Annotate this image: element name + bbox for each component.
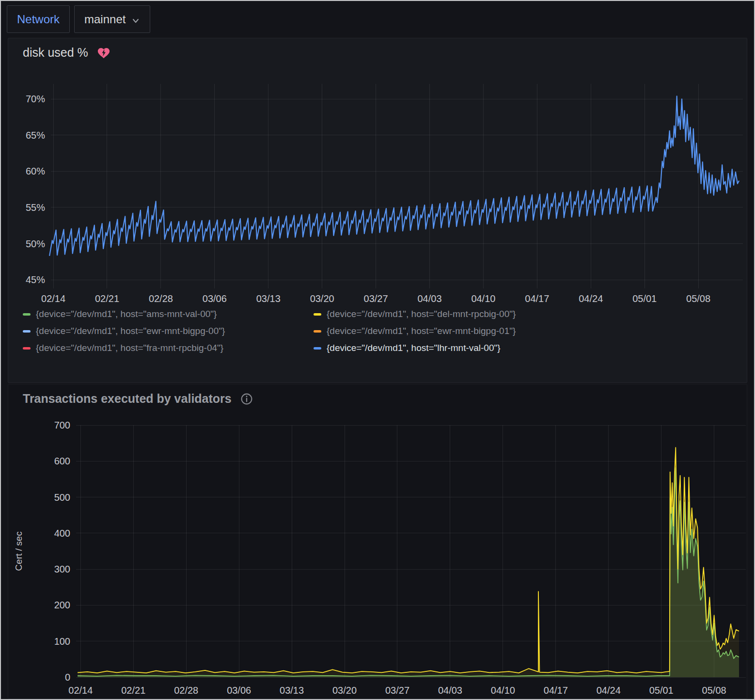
y-axis-tick-label: 50% bbox=[26, 239, 45, 249]
network-variable-dropdown[interactable]: mainnet bbox=[74, 5, 150, 33]
y-axis-tick-label: 500 bbox=[54, 492, 70, 503]
panel-transactions: Transactions executed by validators 0100… bbox=[8, 384, 747, 699]
yellow-series-fill bbox=[78, 447, 739, 677]
y-axis-tick-label: 700 bbox=[54, 420, 70, 430]
y-axis-tick-label: 600 bbox=[54, 456, 70, 466]
y-axis-tick-label: 45% bbox=[26, 274, 45, 285]
dashboard-frame: Network mainnet disk used % 45%50%55%60%… bbox=[0, 0, 755, 700]
legend-item-ewr-mnt-bigpg-01[interactable]: {device="/dev/md1", host="ewr-mnt-bigpg-… bbox=[314, 326, 747, 336]
x-axis-tick-label: 02/28 bbox=[174, 685, 198, 696]
series-color-marker bbox=[23, 330, 31, 333]
y-axis-tick-label: 70% bbox=[26, 94, 45, 104]
legend-item-label: {device="/dev/md1", host="ewr-mnt-bigpg-… bbox=[327, 326, 516, 336]
yellow-series-line bbox=[78, 447, 739, 673]
y-axis-tick-label: 300 bbox=[54, 564, 70, 574]
green-series-fill bbox=[78, 468, 739, 677]
transactions-chart[interactable]: 010020030040050060070002/1402/2102/2803/… bbox=[8, 416, 749, 700]
x-axis-tick-label: 04/17 bbox=[544, 685, 568, 696]
network-variable-label: Network bbox=[7, 5, 70, 33]
x-axis-tick-label: 03/13 bbox=[280, 685, 304, 696]
panel-disk-used: disk used % 45%50%55%60%65%70%02/1402/21… bbox=[8, 38, 747, 383]
y-axis-title: Cert / sec bbox=[14, 531, 24, 571]
panel-disk-used-header: disk used % bbox=[8, 38, 747, 60]
x-axis-tick-label: 05/08 bbox=[686, 293, 710, 304]
panel-transactions-title[interactable]: Transactions executed by validators bbox=[23, 392, 232, 406]
legend-item-ams-mnt-val-00[interactable]: {device="/dev/md1", host="ams-mnt-val-00… bbox=[23, 309, 314, 319]
x-axis-tick-label: 03/06 bbox=[203, 293, 227, 304]
x-axis-tick-label: 03/06 bbox=[227, 685, 251, 696]
x-axis-tick-label: 04/10 bbox=[491, 685, 515, 696]
legend-item-lhr-mnt-val-00[interactable]: {device="/dev/md1", host="lhr-mnt-val-00… bbox=[314, 343, 747, 353]
series-color-marker bbox=[314, 313, 321, 316]
legend-item-label: {device="/dev/md1", host="lhr-mnt-val-00… bbox=[327, 343, 501, 353]
x-axis-tick-label: 02/14 bbox=[41, 293, 65, 304]
x-axis-tick-label: 03/27 bbox=[385, 685, 409, 696]
disk-used-chart-container: 45%50%55%60%65%70%02/1402/2102/2803/0603… bbox=[8, 63, 747, 305]
y-axis-tick-label: 60% bbox=[26, 166, 45, 176]
legend-item-del-mnt-rpcbig-00[interactable]: {device="/dev/md1", host="del-mnt-rpcbig… bbox=[314, 309, 747, 319]
panel-transactions-header: Transactions executed by validators bbox=[8, 384, 747, 406]
x-axis-tick-label: 02/21 bbox=[95, 293, 119, 304]
info-circle-icon[interactable] bbox=[240, 393, 253, 405]
legend-item-fra-mnt-rpcbig-04[interactable]: {device="/dev/md1", host="fra-mnt-rpcbig… bbox=[23, 343, 314, 353]
disk-used-series-line bbox=[49, 96, 739, 256]
x-axis-tick-label: 05/01 bbox=[632, 293, 657, 304]
y-axis-tick-label: 55% bbox=[26, 202, 45, 213]
y-axis-tick-label: 65% bbox=[26, 130, 45, 141]
x-axis-tick-label: 02/14 bbox=[68, 685, 93, 696]
series-color-marker bbox=[23, 347, 31, 350]
y-axis-tick-label: 200 bbox=[54, 600, 70, 610]
x-axis-tick-label: 02/28 bbox=[149, 293, 173, 304]
x-axis-tick-label: 04/24 bbox=[579, 293, 603, 304]
transactions-chart-container: 010020030040050060070002/1402/2102/2803/… bbox=[8, 416, 747, 700]
disk-used-legend: {device="/dev/md1", host="ams-mnt-val-00… bbox=[23, 309, 747, 353]
legend-item-label: {device="/dev/md1", host="del-mnt-rpcbig… bbox=[327, 309, 516, 319]
legend-item-label: {device="/dev/md1", host="ewr-mnt-bigpg-… bbox=[36, 326, 225, 336]
network-variable-value: mainnet bbox=[84, 13, 126, 26]
x-axis-tick-label: 04/24 bbox=[597, 685, 621, 696]
disk-used-chart[interactable]: 45%50%55%60%65%70%02/1402/2102/2803/0603… bbox=[8, 63, 749, 305]
heart-break-alert-icon[interactable] bbox=[97, 47, 110, 59]
panel-disk-used-title[interactable]: disk used % bbox=[23, 46, 88, 60]
legend-item-ewr-mnt-bigpg-00[interactable]: {device="/dev/md1", host="ewr-mnt-bigpg-… bbox=[23, 326, 314, 336]
y-axis-tick-label: 0 bbox=[65, 672, 70, 683]
green-series-line bbox=[78, 468, 739, 676]
x-axis-tick-label: 03/20 bbox=[310, 293, 334, 304]
x-axis-tick-label: 04/03 bbox=[417, 293, 441, 304]
x-axis-tick-label: 05/01 bbox=[649, 685, 674, 696]
series-color-marker bbox=[314, 330, 321, 333]
x-axis-tick-label: 03/20 bbox=[332, 685, 357, 696]
y-axis-tick-label: 400 bbox=[54, 528, 70, 539]
series-color-marker bbox=[23, 313, 31, 316]
network-variable-label-text: Network bbox=[17, 13, 60, 26]
x-axis-tick-label: 04/17 bbox=[525, 293, 549, 304]
legend-item-label: {device="/dev/md1", host="ams-mnt-val-00… bbox=[36, 309, 217, 319]
x-axis-tick-label: 05/08 bbox=[702, 685, 726, 696]
variables-toolbar: Network mainnet bbox=[1, 1, 754, 37]
x-axis-tick-label: 04/03 bbox=[438, 685, 462, 696]
chevron-down-icon bbox=[131, 16, 140, 25]
y-axis-tick-label: 100 bbox=[54, 636, 70, 647]
x-axis-tick-label: 03/13 bbox=[256, 293, 281, 304]
x-axis-tick-label: 02/21 bbox=[121, 685, 145, 696]
x-axis-tick-label: 04/10 bbox=[471, 293, 495, 304]
legend-item-label: {device="/dev/md1", host="fra-mnt-rpcbig… bbox=[36, 343, 223, 353]
series-color-marker bbox=[314, 347, 321, 350]
x-axis-tick-label: 03/27 bbox=[364, 293, 388, 304]
